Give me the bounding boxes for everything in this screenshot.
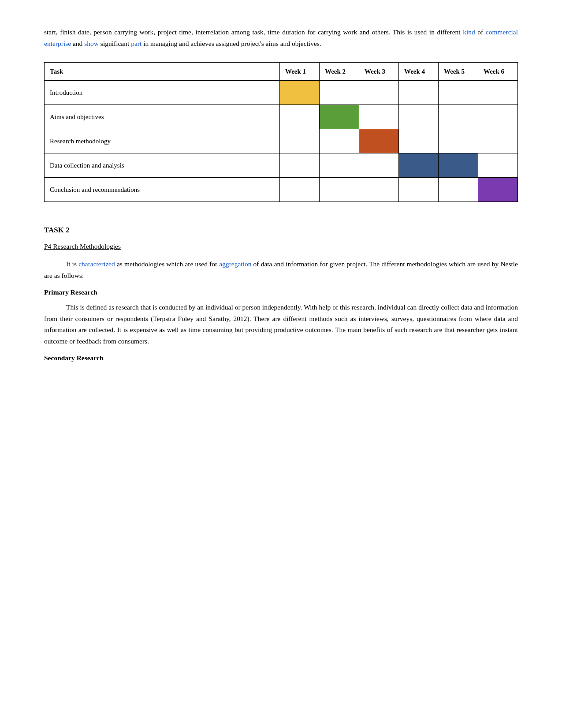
gantt-cell-conclusion-week5 bbox=[439, 178, 478, 202]
gantt-cell-data-week6 bbox=[478, 153, 518, 178]
gantt-row-conclusion: Conclusion and recommendations bbox=[45, 178, 518, 202]
gantt-cell-aims-week2 bbox=[320, 105, 359, 129]
gantt-cell-data-week3 bbox=[359, 153, 399, 178]
intro-text-before-link1: start, finish date, person carrying work… bbox=[44, 28, 463, 36]
intro-paragraph: start, finish date, person carrying work… bbox=[44, 26, 518, 49]
gantt-task-introduction: Introduction bbox=[45, 81, 280, 105]
gantt-cell-aims-week4 bbox=[399, 105, 439, 129]
task2-link-characterized[interactable]: characterized bbox=[78, 260, 115, 268]
gantt-header-week2: Week 2 bbox=[320, 63, 359, 81]
intro-link-part[interactable]: part bbox=[131, 40, 141, 47]
gantt-cell-conclusion-week2 bbox=[320, 178, 359, 202]
page: start, finish date, person carrying work… bbox=[0, 0, 562, 728]
gantt-header-week6: Week 6 bbox=[478, 63, 518, 81]
intro-link-kind[interactable]: kind bbox=[463, 28, 475, 36]
gantt-cell-introduction-week5 bbox=[439, 81, 478, 105]
gantt-cell-aims-week1 bbox=[280, 105, 320, 129]
gantt-cell-data-week1 bbox=[280, 153, 320, 178]
gantt-header-week1: Week 1 bbox=[280, 63, 320, 81]
gantt-cell-research-week6 bbox=[478, 129, 518, 153]
gantt-cell-data-week4 bbox=[399, 153, 439, 178]
task2-heading: TASK 2 bbox=[44, 224, 518, 236]
gantt-table: Task Week 1 Week 2 Week 3 Week 4 Week 5 … bbox=[44, 62, 518, 202]
gantt-cell-conclusion-week6 bbox=[478, 178, 518, 202]
gantt-header-task: Task bbox=[45, 63, 280, 81]
task2-link-aggregation[interactable]: aggregation bbox=[219, 260, 251, 268]
gantt-cell-conclusion-week3 bbox=[359, 178, 399, 202]
intro-link-show[interactable]: show bbox=[84, 40, 99, 47]
gantt-row-introduction: Introduction bbox=[45, 81, 518, 105]
gantt-task-data: Data collection and analysis bbox=[45, 153, 280, 178]
gantt-task-conclusion: Conclusion and recommendations bbox=[45, 178, 280, 202]
gantt-cell-conclusion-week1 bbox=[280, 178, 320, 202]
intro-text-between-1-2: of bbox=[475, 28, 486, 36]
gantt-row-research: Research methodology bbox=[45, 129, 518, 153]
gantt-cell-introduction-week2 bbox=[320, 81, 359, 105]
gantt-cell-introduction-week4 bbox=[399, 81, 439, 105]
task2-para1: It is characterized as methodologies whi… bbox=[44, 258, 518, 281]
gantt-header-week5: Week 5 bbox=[439, 63, 478, 81]
task2-section: TASK 2 P4 Research Methodologies It is c… bbox=[44, 224, 518, 364]
gantt-row-aims: Aims and objectives bbox=[45, 105, 518, 129]
intro-text-after-link4: in managing and achieves assigned projec… bbox=[141, 40, 321, 47]
gantt-cell-aims-week6 bbox=[478, 105, 518, 129]
secondary-research-heading: Secondary Research bbox=[44, 353, 518, 364]
gantt-task-research: Research methodology bbox=[45, 129, 280, 153]
gantt-header-row: Task Week 1 Week 2 Week 3 Week 4 Week 5 … bbox=[45, 63, 518, 81]
gantt-cell-research-week1 bbox=[280, 129, 320, 153]
gantt-cell-introduction-week1 bbox=[280, 81, 320, 105]
intro-text-after-link3-before-link4: significant bbox=[99, 40, 131, 47]
gantt-cell-data-week2 bbox=[320, 153, 359, 178]
gantt-cell-research-week2 bbox=[320, 129, 359, 153]
task2-para1-text-between: as methodologies which are used for bbox=[115, 260, 220, 268]
gantt-cell-research-week3 bbox=[359, 129, 399, 153]
gantt-header-week3: Week 3 bbox=[359, 63, 399, 81]
gantt-cell-research-week5 bbox=[439, 129, 478, 153]
task2-para1-text-before-link1: It is bbox=[66, 260, 78, 268]
gantt-cell-conclusion-week4 bbox=[399, 178, 439, 202]
gantt-cell-introduction-week3 bbox=[359, 81, 399, 105]
gantt-cell-introduction-week6 bbox=[478, 81, 518, 105]
gantt-row-data: Data collection and analysis bbox=[45, 153, 518, 178]
gantt-header-week4: Week 4 bbox=[399, 63, 439, 81]
primary-research-heading: Primary Research bbox=[44, 287, 518, 298]
gantt-cell-aims-week5 bbox=[439, 105, 478, 129]
p4-subheading: P4 Research Methodologies bbox=[44, 241, 518, 252]
primary-research-para: This is defined as research that is cond… bbox=[44, 302, 518, 347]
gantt-cell-data-week5 bbox=[439, 153, 478, 178]
gantt-task-aims: Aims and objectives bbox=[45, 105, 280, 129]
intro-text-between-2-3: and bbox=[71, 40, 84, 47]
gantt-cell-research-week4 bbox=[399, 129, 439, 153]
gantt-cell-aims-week3 bbox=[359, 105, 399, 129]
